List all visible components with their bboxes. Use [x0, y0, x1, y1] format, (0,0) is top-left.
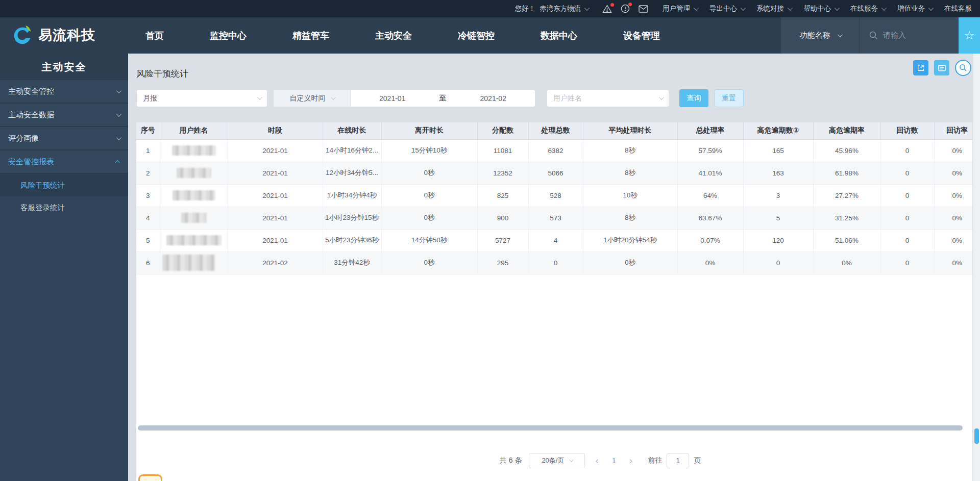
nav-item[interactable]: 设备管理: [623, 30, 660, 42]
query-button[interactable]: 查询: [679, 89, 708, 107]
column-header: 回访率: [934, 122, 972, 139]
sidebar-subitem[interactable]: 风险干预统计: [0, 174, 128, 196]
user-greeting: 您好！: [515, 4, 536, 13]
user-name-select[interactable]: 用户姓名: [547, 89, 669, 107]
table-cell: 0秒: [381, 162, 477, 184]
nav-search-input[interactable]: 请输入: [860, 17, 959, 54]
sidebar-item[interactable]: 安全管控报表: [0, 150, 128, 174]
external-link-button[interactable]: [913, 60, 928, 75]
topbar-menu-item[interactable]: 在线服务: [850, 4, 885, 13]
vertical-scrollbar[interactable]: [973, 54, 980, 481]
function-name-select[interactable]: 功能名称: [781, 17, 860, 54]
table-cell: 14小时16分钟2...: [323, 139, 381, 162]
topbar-menu-item[interactable]: 导出中心: [709, 4, 744, 13]
table-cell: 31分钟42秒: [323, 251, 381, 274]
date-to-input[interactable]: 2021-02: [452, 94, 535, 103]
nav-item[interactable]: 主动安全: [375, 30, 412, 42]
prev-page-button[interactable]: ‹: [592, 455, 601, 466]
topbar-menu-item[interactable]: 增值业务: [897, 4, 932, 13]
chevron-down-icon: [116, 88, 121, 93]
table-cell: 0: [880, 229, 934, 251]
nav-item[interactable]: 首页: [145, 30, 164, 42]
brand[interactable]: 易流科技: [11, 25, 95, 45]
next-page-button[interactable]: ›: [626, 455, 635, 466]
horizontal-scrollbar-thumb[interactable]: [138, 425, 963, 431]
table-cell: 1小时34分钟4秒: [323, 184, 381, 207]
chevron-down-icon: [116, 112, 121, 117]
table-cell: 1: [136, 139, 160, 162]
goto-page-input[interactable]: 1: [667, 453, 689, 468]
current-page[interactable]: 1: [609, 457, 619, 465]
table-cell: 1小时23分钟15秒: [323, 207, 381, 229]
table-cell: 5小时23分钟36秒: [323, 229, 381, 251]
table-cell: 15分钟10秒: [381, 139, 477, 162]
date-from-input[interactable]: 2021-01: [351, 94, 434, 103]
function-name-label: 功能名称: [800, 31, 830, 40]
table-scroll-container[interactable]: 序号用户姓名时段在线时长离开时长分配数处理总数平均处理时长总处理率高危逾期数①高…: [136, 122, 972, 424]
sidebar-item[interactable]: 主动安全管控: [0, 80, 128, 104]
table-cell: 3: [136, 184, 160, 207]
table-cell: 0%: [934, 251, 972, 274]
reset-button[interactable]: 重置: [714, 89, 744, 107]
table-cell: 0%: [934, 229, 972, 251]
main-navbar: 易流科技 首页监控中心精益管车主动安全冷链智控数据中心设备管理 功能名称 请输入…: [0, 17, 980, 54]
company-selector[interactable]: 赤湾东方物流: [540, 4, 588, 13]
nav-item[interactable]: 精益管车: [292, 30, 329, 42]
table-row: 12021-0114小时16分钟2...15分钟10秒1108163828秒57…: [136, 139, 972, 162]
chevron-down-icon: [584, 6, 590, 11]
topbar-menu-item[interactable]: 帮助中心: [803, 4, 838, 13]
table-body: 12021-0114小时16分钟2...15分钟10秒1108163828秒57…: [136, 139, 972, 274]
column-header: 高危逾期数①: [743, 122, 813, 139]
favorite-star-button[interactable]: ☆: [959, 17, 980, 54]
horizontal-scrollbar[interactable]: [138, 425, 971, 431]
nav-item[interactable]: 冷链智控: [458, 30, 495, 42]
table-cell: 0秒: [381, 251, 477, 274]
nav-item[interactable]: 监控中心: [210, 30, 247, 42]
user-name-placeholder: 用户姓名: [553, 94, 582, 103]
table-cell: 0秒: [381, 184, 477, 207]
topbar-menu-label: 系统对接: [756, 4, 784, 13]
user-name-cell: [160, 139, 228, 162]
nav-item[interactable]: 数据中心: [541, 30, 577, 42]
table-cell: 825: [477, 184, 528, 207]
page-unit-label: 页: [694, 456, 701, 465]
table-cell: 573: [528, 207, 583, 229]
vertical-scrollbar-thumb[interactable]: [974, 428, 979, 444]
alert-circle-icon[interactable]: [621, 4, 630, 13]
floating-widget-peek[interactable]: [138, 474, 162, 481]
table-cell: 14分钟50秒: [381, 229, 477, 251]
table-cell: 0.07%: [677, 229, 743, 251]
topbar-menu-item[interactable]: 系统对接: [756, 4, 791, 13]
column-header: 平均处理时长: [583, 122, 677, 139]
sidebar-item[interactable]: 主动安全数据: [0, 104, 128, 127]
table-cell: 12小时34分钟5...: [323, 162, 381, 184]
redacted-name: [166, 235, 222, 245]
chevron-down-icon: [788, 6, 793, 11]
topbar-menu-label: 帮助中心: [803, 4, 831, 13]
topbar-menu-item[interactable]: 在线客服: [944, 4, 972, 13]
page-size-select[interactable]: 20条/页: [529, 453, 585, 468]
column-header: 在线时长: [323, 122, 381, 139]
table-row: 22021-0112小时34分钟5...0秒1235250668秒41.01%1…: [136, 162, 972, 184]
alert-triangle-icon[interactable]: [602, 5, 612, 13]
sidebar-item-label: 评分画像: [8, 134, 39, 143]
search-icon: [869, 31, 878, 40]
sidebar-item-label: 主动安全数据: [8, 110, 54, 120]
table-cell: 0: [880, 251, 934, 274]
topbar: 您好！ 赤湾东方物流 用户管理导出中心系统对接帮助中心在线服务增值业务在线客服: [0, 0, 980, 17]
topbar-menu-item[interactable]: 用户管理: [663, 4, 697, 13]
redacted-name: [177, 168, 211, 178]
search-toggle-button[interactable]: [955, 60, 971, 76]
column-header: 回访数: [880, 122, 934, 139]
report-type-select[interactable]: 月报: [136, 89, 267, 107]
sidebar-item[interactable]: 评分画像: [0, 127, 128, 150]
table-cell: 2021-01: [228, 229, 323, 251]
mail-icon[interactable]: [639, 5, 648, 13]
sidebar-subitem[interactable]: 客服登录统计: [0, 196, 128, 219]
table-cell: 0%: [813, 251, 880, 274]
time-mode-select[interactable]: 自定义时间: [274, 90, 351, 107]
date-range-control: 自定义时间 2021-01 至 2021-02: [273, 89, 535, 107]
report-card-button[interactable]: [934, 60, 949, 75]
user-name-cell: [160, 207, 228, 229]
table-row: 32021-011小时34分钟4秒0秒82552810秒64%327.27%00…: [136, 184, 972, 207]
